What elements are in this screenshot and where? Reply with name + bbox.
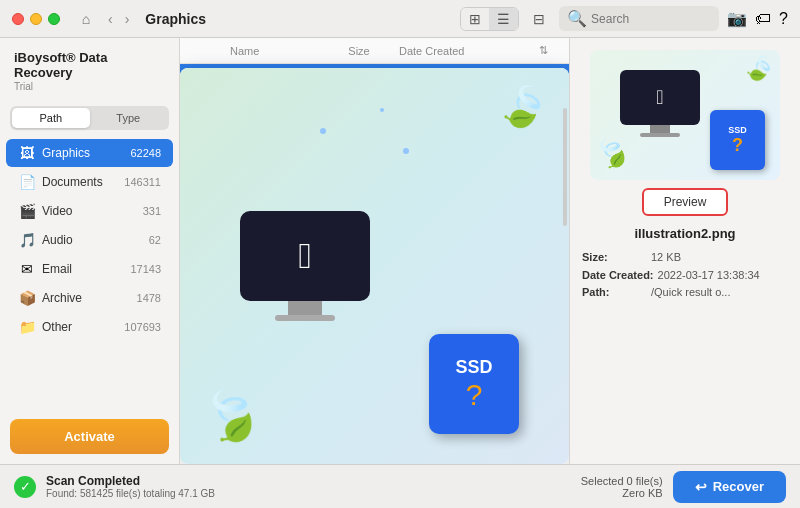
column-size: Size: [319, 45, 399, 57]
monitor-base: [275, 315, 335, 321]
preview-meta: Size: 12 KB Date Created: 2022-03-17 13:…: [582, 249, 788, 302]
leaf-right-decoration: 🍃: [492, 76, 555, 137]
preview-button[interactable]: Preview: [642, 188, 729, 216]
other-icon: 📁: [18, 319, 36, 335]
title-bar: ⌂ ‹ › Graphics ⊞ ☰ ⊟ 🔍 📷 🏷 ?: [0, 0, 800, 38]
sidebar-item-count: 1478: [137, 292, 161, 304]
sidebar-item-email[interactable]: ✉ Email 17143: [6, 255, 173, 283]
archive-icon: 📦: [18, 290, 36, 306]
sidebar-item-label: Other: [42, 320, 118, 334]
search-icon: 🔍: [567, 9, 587, 28]
selected-size: Zero KB: [581, 487, 663, 499]
search-input[interactable]: [591, 12, 711, 26]
tab-path[interactable]: Path: [12, 108, 90, 128]
recover-button[interactable]: ↩ Recover: [673, 471, 786, 503]
camera-icon[interactable]: 📷: [727, 9, 747, 28]
sidebar-item-count: 62: [149, 234, 161, 246]
grid-view-button[interactable]: ⊞: [461, 8, 489, 30]
sidebar-item-count: 107693: [124, 321, 161, 333]
sidebar-item-label: Email: [42, 262, 124, 276]
monitor-stand: [288, 301, 322, 315]
minimize-button[interactable]: [30, 13, 42, 25]
recover-label: Recover: [713, 479, 764, 494]
sidebar-item-archive[interactable]: 📦 Archive 1478: [6, 284, 173, 312]
file-table-header: Name Size Date Created ⇅: [180, 38, 569, 64]
sidebar: iBoysoft® Data Recovery Trial Path Type …: [0, 38, 180, 464]
sidebar-item-count: 62248: [130, 147, 161, 159]
mac-illustration: : [240, 211, 370, 321]
thumb-leaf-left: 🍃: [590, 130, 636, 176]
sidebar-list: 🖼 Graphics 62248 📄 Documents 146311 🎬 Vi…: [0, 138, 179, 409]
sidebar-item-other[interactable]: 📁 Other 107693: [6, 313, 173, 341]
preview-panel: 🍃 🍃  SSD ? Preview illustration2.png: [570, 38, 800, 464]
meta-date-row: Date Created: 2022-03-17 13:38:34: [582, 267, 788, 285]
email-icon: ✉: [18, 261, 36, 277]
scan-detail: Found: 581425 file(s) totaling 47.1 GB: [46, 488, 571, 499]
sidebar-item-count: 146311: [124, 176, 161, 188]
documents-icon: 📄: [18, 174, 36, 190]
scan-title: Scan Completed: [46, 474, 571, 488]
sidebar-item-documents[interactable]: 📄 Documents 146311: [6, 168, 173, 196]
scan-complete-icon: ✓: [14, 476, 36, 498]
file-area: Name Size Date Created ⇅ 🖼 illustration2…: [180, 38, 570, 464]
scan-status: Scan Completed Found: 581425 file(s) tot…: [46, 474, 571, 499]
date-value: 2022-03-17 13:38:34: [658, 267, 760, 285]
maximize-button[interactable]: [48, 13, 60, 25]
home-icon[interactable]: ⌂: [76, 9, 96, 29]
back-button[interactable]: ‹: [104, 9, 117, 29]
scrollbar[interactable]: [563, 108, 567, 227]
preview-overlay: 🍃 🍃  SSD ?: [180, 68, 569, 464]
selected-info: Selected 0 file(s) Zero KB: [581, 475, 663, 499]
help-icon[interactable]: ?: [779, 10, 788, 28]
path-label: Path:: [582, 284, 647, 302]
preview-image: 🍃 🍃  SSD ?: [590, 50, 780, 180]
size-value: 12 KB: [651, 249, 681, 267]
monitor-screen: : [240, 211, 370, 301]
filter-button[interactable]: ⊟: [527, 8, 551, 30]
dot-decoration: [403, 148, 409, 154]
trial-badge: Trial: [14, 81, 165, 92]
forward-button[interactable]: ›: [121, 9, 134, 29]
app-title: iBoysoft® Data Recovery: [14, 50, 165, 80]
overlay-content: 🍃 🍃  SSD ?: [180, 68, 569, 464]
sidebar-item-label: Documents: [42, 175, 118, 189]
main-content: iBoysoft® Data Recovery Trial Path Type …: [0, 38, 800, 464]
meta-path-row: Path: /Quick result o...: [582, 284, 788, 302]
close-button[interactable]: [12, 13, 24, 25]
list-view-button[interactable]: ☰: [489, 8, 518, 30]
size-label: Size:: [582, 249, 647, 267]
dot-decoration: [380, 108, 384, 112]
path-value: /Quick result o...: [651, 284, 730, 302]
traffic-lights: [12, 13, 60, 25]
search-box: 🔍: [559, 6, 719, 31]
video-icon: 🎬: [18, 203, 36, 219]
tab-type[interactable]: Type: [90, 108, 168, 128]
column-name: Name: [230, 45, 319, 57]
activate-button[interactable]: Activate: [10, 419, 169, 454]
preview-thumbnail: 🍃 🍃  SSD ?: [590, 50, 780, 180]
recover-icon: ↩: [695, 479, 707, 495]
column-date: Date Created: [399, 45, 539, 57]
apple-logo-icon: : [298, 235, 311, 277]
sidebar-item-label: Archive: [42, 291, 131, 305]
toolbar-right: ⊞ ☰ ⊟ 🔍 📷 🏷 ?: [460, 6, 788, 31]
sidebar-item-count: 331: [143, 205, 161, 217]
sidebar-item-audio[interactable]: 🎵 Audio 62: [6, 226, 173, 254]
column-extra: ⇅: [539, 44, 559, 57]
bottom-bar: ✓ Scan Completed Found: 581425 file(s) t…: [0, 464, 800, 508]
nav-arrows: ‹ ›: [104, 9, 133, 29]
tag-icon[interactable]: 🏷: [755, 10, 771, 28]
tab-switcher: Path Type: [10, 106, 169, 130]
sidebar-item-label: Video: [42, 204, 137, 218]
audio-icon: 🎵: [18, 232, 36, 248]
thumb-mac: : [620, 70, 700, 137]
ssd-question-icon: ?: [466, 378, 483, 412]
leaf-left-decoration: 🍃: [192, 377, 270, 453]
graphics-icon: 🖼: [18, 145, 36, 161]
sidebar-item-graphics[interactable]: 🖼 Graphics 62248: [6, 139, 173, 167]
ssd-illustration: SSD ?: [429, 334, 519, 434]
sidebar-item-video[interactable]: 🎬 Video 331: [6, 197, 173, 225]
sidebar-header: iBoysoft® Data Recovery Trial: [0, 38, 179, 98]
ssd-label: SSD: [455, 357, 492, 378]
path-title: Graphics: [145, 11, 206, 27]
